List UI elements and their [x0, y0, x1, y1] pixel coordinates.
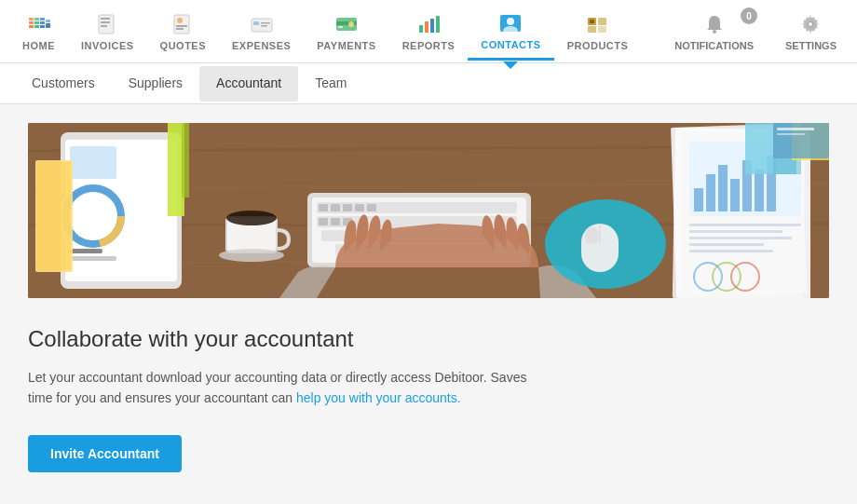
nav-reports[interactable]: REPORTS	[389, 4, 469, 59]
sub-nav: Customers Suppliers Accountant Team	[0, 63, 857, 104]
notifications-badge: 0	[741, 7, 757, 24]
help-link[interactable]: help you with your accounts.	[296, 390, 461, 405]
invoices-icon	[94, 11, 120, 37]
home-label: HOME	[22, 40, 55, 51]
svg-point-32	[507, 18, 514, 25]
tab-suppliers[interactable]: Suppliers	[112, 66, 199, 102]
svg-rect-22	[261, 25, 267, 27]
svg-point-38	[713, 30, 716, 34]
gear-icon	[797, 11, 823, 37]
top-nav: HOME INVOICES	[0, 0, 857, 63]
svg-rect-57	[182, 123, 189, 198]
svg-point-16	[177, 18, 183, 23]
svg-rect-72	[355, 204, 364, 211]
svg-rect-104	[777, 128, 814, 130]
svg-rect-14	[101, 25, 107, 27]
svg-rect-28	[425, 21, 428, 33]
svg-rect-49	[70, 146, 116, 179]
svg-rect-12	[101, 18, 110, 20]
tab-customers[interactable]: Customers	[15, 66, 112, 102]
svg-rect-80	[585, 227, 599, 244]
svg-rect-71	[343, 204, 352, 211]
products-icon	[584, 11, 610, 37]
content-description: Let your accountant download your accoun…	[28, 367, 550, 409]
svg-rect-15	[174, 15, 189, 34]
nav-products[interactable]: PRODUCTS	[554, 4, 642, 59]
svg-rect-3	[29, 21, 34, 24]
svg-rect-7	[34, 25, 39, 28]
nav-settings[interactable]: SETTINGS	[774, 4, 848, 59]
svg-point-61	[226, 211, 277, 225]
svg-rect-87	[718, 165, 728, 211]
tab-team[interactable]: Team	[298, 66, 363, 102]
svg-rect-9	[46, 23, 50, 28]
svg-rect-18	[176, 28, 184, 30]
svg-rect-36	[598, 26, 606, 33]
svg-rect-37	[590, 20, 594, 23]
nav-notifications[interactable]: 0 NOTIFICATIONS	[663, 4, 765, 59]
svg-rect-69	[319, 204, 328, 211]
nav-payments[interactable]: PAYMENTS	[304, 4, 388, 59]
nav-right: 0 NOTIFICATIONS SETTINGS	[663, 4, 848, 59]
svg-rect-55	[37, 162, 71, 270]
svg-rect-92	[689, 224, 801, 226]
svg-point-62	[219, 249, 284, 262]
svg-rect-8	[40, 25, 45, 28]
main-content: Collaborate with your accountant Let you…	[0, 123, 857, 500]
contacts-icon	[497, 10, 524, 36]
tab-accountant[interactable]: Accountant	[199, 66, 298, 102]
svg-rect-2	[40, 18, 45, 20]
svg-rect-29	[430, 19, 434, 33]
nav-quotes[interactable]: QUOTES	[147, 4, 219, 59]
payments-label: PAYMENTS	[317, 40, 375, 51]
svg-rect-13	[101, 21, 110, 23]
content-section: Collaborate with your accountant Let you…	[28, 298, 829, 500]
nav-contacts[interactable]: CONTACTS	[468, 3, 553, 61]
svg-rect-35	[588, 26, 596, 33]
bell-icon	[701, 11, 728, 37]
home-icon	[26, 11, 52, 37]
hero-image	[28, 123, 829, 298]
svg-rect-0	[29, 18, 34, 20]
svg-rect-4	[34, 21, 39, 24]
svg-rect-95	[689, 243, 764, 246]
contacts-label: CONTACTS	[481, 39, 540, 50]
svg-rect-5	[40, 21, 45, 24]
svg-rect-86	[706, 174, 715, 211]
svg-point-26	[348, 21, 354, 27]
svg-rect-93	[689, 230, 782, 233]
invite-accountant-button[interactable]: Invite Accountant	[28, 435, 182, 472]
reports-icon	[415, 11, 442, 37]
svg-rect-96	[689, 250, 773, 252]
nav-items: HOME INVOICES	[9, 3, 663, 61]
svg-rect-73	[367, 204, 376, 211]
content-title: Collaborate with your accountant	[28, 326, 829, 352]
svg-rect-52	[70, 249, 102, 253]
svg-rect-1	[34, 18, 39, 20]
reports-label: REPORTS	[402, 40, 456, 51]
svg-rect-85	[694, 188, 703, 211]
settings-label: SETTINGS	[785, 40, 837, 51]
svg-rect-105	[777, 133, 805, 135]
notifications-label: NOTIFICATIONS	[674, 40, 754, 51]
svg-rect-53	[70, 256, 116, 261]
svg-rect-34	[598, 18, 606, 25]
invoices-label: INVOICES	[81, 40, 134, 51]
products-label: PRODUCTS	[567, 40, 629, 51]
quotes-icon	[170, 11, 196, 37]
svg-rect-30	[436, 16, 440, 33]
svg-rect-20	[253, 21, 259, 25]
nav-invoices[interactable]: INVOICES	[68, 4, 147, 59]
svg-rect-74	[319, 218, 328, 225]
quotes-label: QUOTES	[160, 40, 206, 51]
expenses-icon	[249, 11, 275, 37]
svg-rect-94	[689, 237, 792, 239]
svg-point-41	[809, 22, 812, 26]
svg-rect-17	[176, 25, 187, 27]
payments-icon	[333, 11, 360, 37]
svg-rect-6	[29, 25, 34, 28]
svg-rect-70	[331, 204, 340, 211]
nav-expenses[interactable]: EXPENSES	[219, 4, 304, 59]
svg-rect-10	[46, 20, 50, 22]
nav-home[interactable]: HOME	[9, 4, 68, 59]
